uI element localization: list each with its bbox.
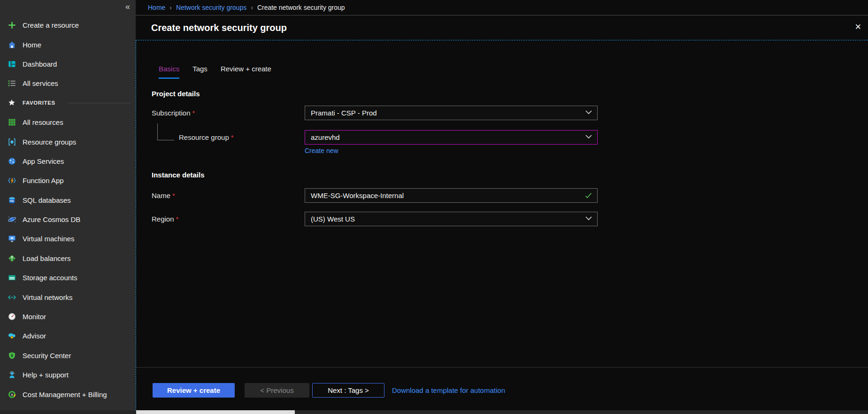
breadcrumb-home-link[interactable]: Home [148, 4, 165, 11]
sidebar-item-load-balancers[interactable]: Load balancers [0, 249, 136, 268]
required-asterisk: * [172, 192, 175, 199]
sidebar-item-label: Monitor [23, 313, 46, 321]
sidebar-section-label: FAVORITES [23, 100, 55, 106]
sidebar-item-sql-databases[interactable]: SQL SQL databases [0, 191, 136, 210]
name-input-wrapper [305, 188, 598, 203]
svg-text:SQL: SQL [9, 200, 14, 202]
sidebar-item-dashboard[interactable]: Dashboard [0, 54, 136, 74]
resource-groups-icon [7, 137, 16, 146]
sidebar-item-label: SQL databases [23, 196, 71, 204]
resource-group-select[interactable]: azurevhd [305, 130, 598, 145]
favorites-divider [67, 103, 131, 103]
sidebar-item-label: Storage accounts [23, 274, 77, 282]
breadcrumb-nsg-link[interactable]: Network security groups [176, 4, 246, 11]
tab-tags[interactable]: Tags [192, 65, 207, 77]
subscription-select[interactable]: Pramati - CSP - Prod [305, 106, 598, 120]
sidebar-section-favorites: FAVORITES [0, 93, 136, 113]
chevron-down-icon [585, 110, 592, 115]
subscription-label: Subscription* [152, 109, 195, 117]
sidebar-item-label: Home [23, 41, 41, 49]
dashboard-icon [7, 59, 16, 69]
sidebar-item-label: Dashboard [23, 60, 57, 68]
blade-header: Create network security group ✕ [136, 16, 868, 40]
azure-portal-window: « Create a resource Home Dashboard All s… [0, 0, 868, 414]
chevron-down-icon [585, 135, 592, 139]
breadcrumb-bar: Home › Network security groups › Create … [136, 0, 868, 15]
required-asterisk: * [192, 109, 195, 117]
app-services-icon [7, 156, 16, 166]
sidebar-item-monitor[interactable]: Monitor [0, 307, 136, 326]
sidebar-item-azure-cosmos-db[interactable]: Azure Cosmos DB [0, 210, 136, 229]
sidebar-item-storage-accounts[interactable]: Storage accounts [0, 268, 136, 287]
sidebar-item-security-center[interactable]: Security Center [0, 346, 136, 365]
subscription-value: Pramati - CSP - Prod [311, 109, 377, 117]
plus-icon [7, 21, 16, 30]
sidebar-item-label: All services [23, 79, 58, 87]
sidebar-item-label: Cost Management + Billing [23, 391, 107, 399]
star-icon [7, 98, 16, 107]
instance-details-heading: Instance details [152, 171, 205, 179]
tab-basics[interactable]: Basics [159, 65, 179, 77]
tree-connector [157, 123, 174, 140]
horizontal-scrollbar [0, 410, 868, 414]
breadcrumb-separator-icon: › [169, 4, 172, 11]
sidebar-item-function-app[interactable]: Function App [0, 171, 136, 190]
resource-group-value: azurevhd [311, 133, 340, 141]
footer-divider [136, 367, 868, 368]
cosmos-db-icon [7, 215, 16, 224]
load-balancers-icon [7, 253, 16, 263]
review-create-button[interactable]: Review + create [153, 383, 235, 398]
breadcrumb-separator-icon: › [251, 4, 253, 11]
sidebar-item-cost-management-billing[interactable]: $ Cost Management + Billing [0, 384, 136, 404]
sidebar-item-all-resources[interactable]: All resources [0, 113, 136, 132]
help-support-icon [7, 370, 16, 380]
sidebar-item-home[interactable]: Home [0, 35, 136, 54]
advisor-icon [7, 331, 16, 341]
sidebar-item-label: Azure Cosmos DB [23, 215, 80, 223]
sidebar-item-resource-groups[interactable]: Resource groups [0, 132, 136, 151]
required-asterisk: * [231, 133, 234, 141]
create-nsg-form-panel: Basics Tags Review + create Project deta… [136, 40, 868, 410]
security-center-icon [7, 351, 16, 360]
sidebar-collapse-button[interactable]: « [125, 2, 130, 12]
previous-button[interactable]: < Previous [245, 383, 309, 398]
region-select[interactable]: (US) West US [305, 212, 598, 226]
resource-group-label: Resource group* [179, 133, 234, 141]
all-services-icon [7, 79, 16, 88]
sidebar-item-app-services[interactable]: App Services [0, 152, 136, 171]
sidebar-item-virtual-networks[interactable]: Virtual networks [0, 287, 136, 307]
sidebar-item-label: Load balancers [23, 254, 71, 262]
sidebar-item-label: Security Center [23, 352, 71, 360]
home-icon [7, 40, 16, 49]
tab-bar: Basics Tags Review + create [159, 65, 271, 77]
sidebar-item-advisor[interactable]: Advisor [0, 326, 136, 345]
sidebar-item-help-support[interactable]: Help + support [0, 365, 136, 384]
close-icon[interactable]: ✕ [855, 22, 861, 32]
sidebar: « Create a resource Home Dashboard All s… [0, 0, 136, 410]
horizontal-scrollbar-thumb[interactable] [136, 410, 295, 414]
sidebar-item-label: Help + support [23, 371, 69, 379]
sidebar-item-label: Resource groups [23, 138, 76, 146]
region-label: Region* [152, 215, 178, 223]
chevron-down-icon [585, 216, 592, 221]
sidebar-item-all-services[interactable]: All services [0, 74, 136, 93]
virtual-machines-icon [7, 234, 16, 244]
virtual-networks-icon [7, 292, 16, 302]
required-asterisk: * [176, 215, 179, 223]
name-label: Name* [152, 192, 175, 199]
download-template-link[interactable]: Download a template for automation [392, 386, 505, 394]
sidebar-item-virtual-machines[interactable]: Virtual machines [0, 229, 136, 248]
cost-management-icon: $ [7, 390, 16, 399]
create-new-link[interactable]: Create new [305, 147, 338, 154]
sidebar-item-label: Virtual networks [23, 293, 72, 301]
sidebar-nav: Create a resource Home Dashboard All ser… [0, 15, 136, 404]
sidebar-item-label: Advisor [23, 332, 46, 340]
project-details-heading: Project details [152, 90, 200, 98]
name-input[interactable] [311, 192, 581, 199]
next-tags-button[interactable]: Next : Tags > [312, 383, 384, 398]
valid-check-icon [585, 192, 592, 199]
tab-review-create[interactable]: Review + create [221, 65, 271, 77]
sidebar-item-create-a-resource[interactable]: Create a resource [0, 15, 136, 35]
sidebar-item-label: Function App [23, 176, 64, 184]
sql-databases-icon: SQL [7, 195, 16, 205]
